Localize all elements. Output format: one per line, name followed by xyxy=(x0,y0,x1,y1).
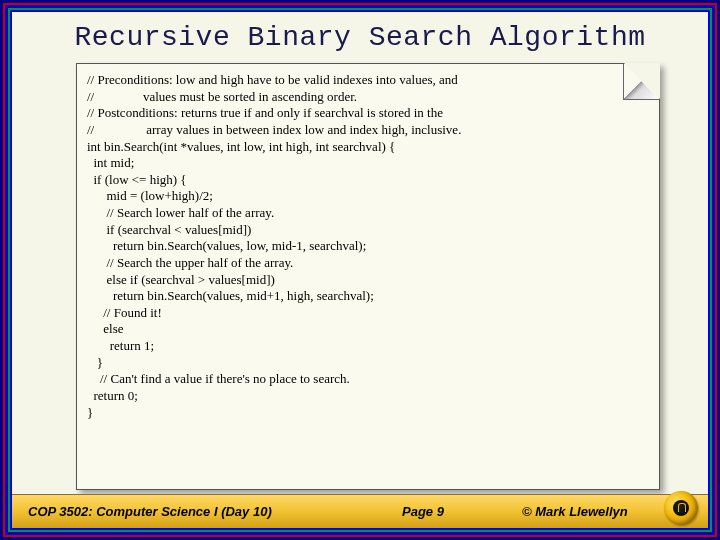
content-area: // Preconditions: low and high have to b… xyxy=(12,59,708,494)
page-fold-icon xyxy=(624,63,660,99)
ucf-logo-icon xyxy=(664,491,698,525)
slide-outer-border: Recursive Binary Search Algorithm // Pre… xyxy=(0,0,720,540)
footer-bar: COP 3502: Computer Science I (Day 10) Pa… xyxy=(12,494,708,528)
title-area: Recursive Binary Search Algorithm xyxy=(12,12,708,59)
slide-title: Recursive Binary Search Algorithm xyxy=(32,22,688,53)
slide-mid-border: Recursive Binary Search Algorithm // Pre… xyxy=(5,5,715,535)
code-listing: // Preconditions: low and high have to b… xyxy=(87,72,649,421)
footer-course: COP 3502: Computer Science I (Day 10) xyxy=(22,504,272,519)
slide-canvas: Recursive Binary Search Algorithm // Pre… xyxy=(10,10,710,530)
footer-page: Page 9 xyxy=(402,504,444,519)
ucf-logo-inner xyxy=(673,500,689,516)
footer-copyright: © Mark Llewellyn xyxy=(522,504,628,519)
code-box: // Preconditions: low and high have to b… xyxy=(76,63,660,490)
